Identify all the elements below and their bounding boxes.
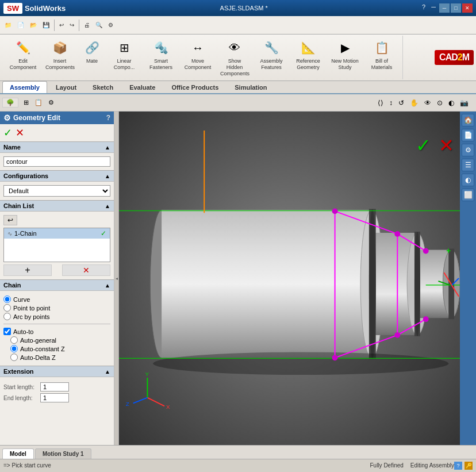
svg-point-24	[394, 231, 400, 237]
tab-layout[interactable]: Layout	[48, 81, 84, 93]
vt-view[interactable]: 👁	[423, 98, 433, 108]
radio-p2p-input[interactable]	[3, 304, 11, 312]
accept-button[interactable]: ✓	[3, 126, 12, 139]
help-btn[interactable]: ?	[422, 3, 425, 13]
tab-evaluate[interactable]: Evaluate	[122, 81, 163, 93]
vt-pan[interactable]: ✋	[408, 98, 420, 108]
name-section-header[interactable]: Name ▲	[0, 141, 114, 153]
minimize-button[interactable]: ─	[439, 3, 450, 13]
insert-components-icon: 📦	[51, 39, 69, 57]
cmd-file[interactable]: 📁	[2, 21, 14, 29]
insert-components-button[interactable]: 📦 Insert Components	[43, 37, 77, 78]
tab-assembly[interactable]: Assembly	[2, 81, 47, 93]
rp-properties-icon[interactable]: ☰	[462, 159, 474, 171]
configurations-select[interactable]: Default	[3, 185, 110, 197]
linear-comp-button[interactable]: ⊞ Linear Compo...	[107, 37, 141, 78]
tab-motion-study[interactable]: Motion Study 1	[35, 448, 91, 459]
radio-point-to-point: Point to point	[3, 304, 110, 312]
vt-zoom-in[interactable]: ↕	[387, 98, 394, 108]
maximize-button[interactable]: □	[451, 3, 461, 13]
insert-components-label: Insert Components	[45, 58, 74, 71]
panel-icon-2[interactable]: ⊞	[21, 98, 32, 108]
extension-arrow: ▲	[105, 369, 110, 375]
radio-curve-label[interactable]: Curve	[13, 296, 30, 303]
chain-undo-btn[interactable]: ↩	[3, 215, 17, 225]
cmd-zoom[interactable]: 🔍	[93, 21, 105, 29]
vt-display[interactable]: ◐	[447, 98, 456, 108]
mate-button[interactable]: 🔗 Mate	[79, 37, 105, 78]
help-icon[interactable]: ?	[106, 114, 110, 122]
svg-point-22	[332, 209, 338, 214]
vt-rotate[interactable]: ↺	[397, 98, 406, 108]
status-indicator-2[interactable]: 🔑	[465, 462, 473, 470]
rp-page-icon[interactable]: 📄	[462, 129, 474, 141]
radio-arc-label[interactable]: Arc by points	[13, 313, 50, 320]
cmd-undo[interactable]: ↩	[57, 21, 66, 29]
viewport-background[interactable]: X Y Z + ✓ ✕	[119, 112, 460, 445]
tab-sketch[interactable]: Sketch	[85, 81, 121, 93]
new-motion-button[interactable]: ▶ New Motion Study	[328, 37, 362, 78]
vt-camera[interactable]: 📷	[458, 98, 470, 108]
cmd-options[interactable]: ⚙	[106, 21, 116, 29]
assembly-features-button[interactable]: 🔧 Assembly Features	[254, 37, 289, 78]
panel-collapse-handle[interactable]: ◂	[114, 112, 118, 445]
rp-settings-icon[interactable]: ⚙	[462, 144, 474, 156]
chain-list-label: Chain List	[3, 202, 34, 209]
auto-to-label[interactable]: Auto-to	[13, 328, 33, 335]
radio-arc-input[interactable]	[3, 313, 11, 320]
configurations-section-header[interactable]: Configurations ▲	[0, 170, 114, 182]
tab-office-products[interactable]: Office Products	[164, 81, 226, 93]
reference-geometry-button[interactable]: 📐 Reference Geometry	[291, 37, 325, 78]
radio-auto-general-label[interactable]: Auto-general	[20, 337, 56, 344]
chain-list-item[interactable]: ∿ 1-Chain ✓	[4, 228, 110, 239]
extension-section-content: Start length: End length:	[0, 377, 114, 408]
cmd-print[interactable]: 🖨	[82, 21, 92, 29]
radio-p2p-label[interactable]: Point to point	[13, 305, 50, 312]
start-length-input[interactable]	[40, 382, 69, 392]
end-length-input[interactable]	[40, 393, 69, 402]
show-hidden-button[interactable]: 👁 Show Hidden Components	[217, 37, 252, 78]
cmd-redo[interactable]: ↪	[67, 21, 76, 29]
rp-scene-icon[interactable]: ⬜	[462, 189, 474, 201]
auto-to-checkbox[interactable]	[3, 328, 11, 335]
move-component-button[interactable]: ↔ Move Component	[181, 37, 215, 78]
viewport-accept-button[interactable]: ✓	[416, 135, 431, 156]
viewport[interactable]: ▷ ⚙ ASJE (Default<Display Stat...)	[119, 112, 460, 445]
svg-point-27	[423, 317, 429, 323]
radio-auto-constant-z-label[interactable]: Auto-constant Z	[20, 346, 65, 352]
tab-model[interactable]: Model	[2, 448, 34, 459]
radio-auto-constant-z-input[interactable]	[10, 345, 18, 352]
chain-section-header[interactable]: Chain ▲	[0, 279, 114, 291]
name-input[interactable]	[3, 156, 110, 167]
chain-add-btn[interactable]: +	[3, 264, 52, 276]
rp-display-icon[interactable]: ◐	[462, 174, 474, 186]
radio-auto-delta-z-input[interactable]	[10, 354, 18, 361]
panel-icon-3[interactable]: 📋	[32, 98, 45, 108]
extension-section-header[interactable]: Extension ▲	[0, 366, 114, 377]
smart-fasteners-button[interactable]: 🔩 Smart Fasteners	[144, 37, 178, 78]
bill-of-materials-button[interactable]: 📋 Bill of Materials	[364, 37, 399, 78]
vt-section[interactable]: ⊙	[435, 98, 444, 108]
chain-list-section-header[interactable]: Chain List ▲	[0, 200, 114, 212]
tab-simulation[interactable]: Simulation	[227, 81, 274, 93]
cmd-new[interactable]: 📄	[15, 21, 26, 29]
viewport-reject-button[interactable]: ✕	[439, 135, 454, 156]
show-hidden-icon: 👁	[225, 39, 244, 57]
radio-curve-input[interactable]	[3, 296, 11, 303]
divider	[3, 324, 110, 324]
svg-point-23	[332, 355, 338, 361]
cmd-save[interactable]: 💾	[40, 21, 52, 29]
cancel-button[interactable]: ✕	[16, 126, 24, 139]
cmd-open[interactable]: 📂	[28, 21, 39, 29]
move-component-icon: ↔	[189, 39, 207, 57]
radio-auto-delta-z-label[interactable]: Auto-Delta Z	[20, 354, 56, 361]
panel-icon-1[interactable]: 🌳	[2, 98, 18, 108]
chain-remove-btn[interactable]: ✕	[62, 264, 110, 276]
edit-component-button[interactable]: ✏️ Edit Component	[6, 37, 40, 78]
radio-auto-general-input[interactable]	[10, 336, 18, 344]
vt-zoom-fit[interactable]: ⟨⟩	[376, 98, 385, 108]
rp-home-icon[interactable]: 🏠	[462, 114, 474, 126]
close-button[interactable]: ✕	[462, 3, 473, 13]
status-indicator[interactable]: ?	[454, 462, 462, 470]
panel-icon-4[interactable]: ⚙	[45, 98, 57, 108]
